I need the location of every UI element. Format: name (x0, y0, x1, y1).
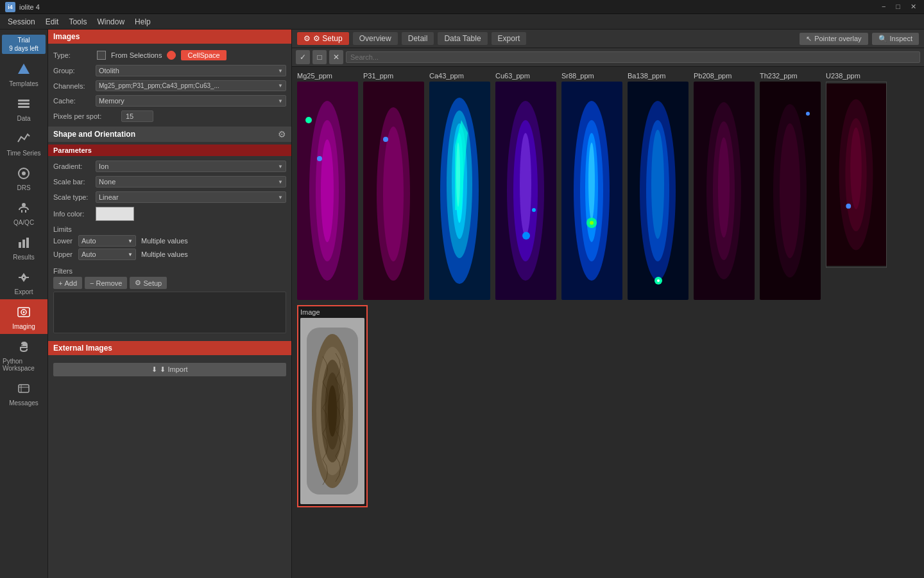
remove-filter-button[interactable]: − Remove (85, 277, 127, 289)
svg-rect-8 (22, 240, 25, 248)
sr88-label: Sr88_ppm (561, 72, 594, 80)
sidebar-item-python-workspace[interactable]: Python Workspace (0, 334, 47, 376)
scale-bar-dropdown[interactable]: None (96, 176, 286, 188)
sidebar-item-qa-qc[interactable]: QA/QC (0, 195, 47, 230)
menu-session[interactable]: Session (3, 16, 40, 28)
upper-label: Upper (53, 250, 76, 258)
minimize-button[interactable]: − (879, 3, 888, 11)
setup-button[interactable]: ⚙ ⚙ Setup (297, 32, 349, 45)
group-dropdown[interactable]: Otolith (96, 65, 286, 76)
setup-filter-button[interactable]: ⚙ Setup (130, 277, 167, 289)
ca43-heatmap[interactable] (429, 82, 490, 300)
svg-point-18 (25, 348, 26, 349)
ca43-label: Ca43_ppm (429, 72, 464, 80)
ba138-heatmap[interactable] (628, 82, 689, 300)
import-button[interactable]: ⬇ ⬇ Import (53, 363, 286, 376)
drs-icon (15, 164, 33, 182)
image-cell-mg25: Mg25_ppm (297, 72, 358, 300)
sidebar-item-imaging[interactable]: Imaging (0, 299, 47, 334)
pointer-overlay-button[interactable]: ↖ Pointer overlay (800, 33, 868, 45)
sidebar-item-label: Imaging (12, 323, 35, 330)
add-filter-button[interactable]: + Add (53, 277, 82, 289)
th232-label: Th232_ppm (760, 72, 798, 80)
svg-point-31 (383, 137, 388, 142)
trial-badge: Trial 9 days left (2, 35, 46, 54)
sidebar-item-drs[interactable]: DRS (0, 161, 47, 195)
p31-heatmap[interactable] (363, 82, 424, 300)
shape-settings-icon[interactable]: ⚙ (278, 129, 286, 139)
sidebar-item-data[interactable]: Data (0, 91, 47, 126)
image-cell-sr88: Sr88_ppm (561, 72, 622, 300)
sidebar-item-label: DRS (17, 184, 30, 191)
data-icon (15, 95, 33, 113)
pb208-heatmap[interactable] (694, 82, 755, 300)
cell-space-button[interactable]: CellSpace (181, 50, 226, 60)
window-controls: − □ ✕ (879, 3, 919, 11)
svg-point-65 (806, 112, 810, 116)
tab-export[interactable]: Export (492, 32, 527, 45)
add-label: Add (64, 279, 77, 287)
sr88-heatmap[interactable] (561, 82, 622, 300)
menu-window[interactable]: Window (92, 16, 130, 28)
scale-type-dropdown[interactable]: Linear (96, 191, 286, 203)
from-selections-checkbox[interactable] (97, 51, 106, 60)
svg-point-61 (718, 137, 730, 238)
info-color-swatch[interactable] (96, 207, 134, 221)
sidebar-item-time-series[interactable]: Time Series (0, 126, 47, 161)
photo-canvas-wrap[interactable] (300, 318, 364, 504)
menu-help[interactable]: Help (130, 16, 156, 28)
grid-close-button[interactable]: ✕ (329, 50, 343, 64)
cache-dropdown[interactable]: Memory (96, 95, 286, 107)
titlebar: i4 iolite 4 − □ ✕ (0, 0, 924, 14)
tab-overview[interactable]: Overview (353, 32, 398, 45)
u238-heatmap[interactable] (826, 82, 887, 268)
mg25-heatmap[interactable] (297, 82, 358, 300)
scale-type-row: Scale type: Linear (48, 189, 291, 205)
p31-label: P31_ppm (363, 72, 393, 80)
channels-dropdown[interactable]: Mg25_ppm;P31_ppm;Ca43_ppm;Cu63_... (96, 80, 286, 91)
pixels-input[interactable] (121, 110, 153, 122)
sidebar-item-label: Python Workspace (3, 358, 45, 372)
inspect-label: Inspect (890, 35, 912, 42)
lower-dropdown[interactable]: Auto (78, 235, 136, 247)
parameters-section-header: Parameters (48, 144, 291, 156)
cell-space-radio[interactable] (167, 51, 176, 60)
setup-icon: ⚙ (135, 279, 141, 287)
sidebar-item-results[interactable]: Results (0, 230, 47, 265)
pointer-label: Pointer overlay (814, 35, 861, 42)
sidebar-item-messages[interactable]: Messages (0, 376, 47, 410)
close-button[interactable]: ✕ (908, 3, 919, 11)
imaging-icon (15, 303, 33, 321)
upper-value: Auto (81, 250, 96, 258)
menu-tools[interactable]: Tools (64, 16, 92, 28)
svg-marker-12 (21, 273, 26, 277)
upper-dropdown[interactable]: Auto (78, 249, 136, 260)
th232-heatmap[interactable] (760, 82, 821, 300)
settings-panel: Images Type: From Selections CellSpace G… (48, 30, 292, 578)
tab-detail[interactable]: Detail (402, 32, 434, 45)
image-cell-ba138: Ba138_ppm (628, 72, 689, 300)
maximize-button[interactable]: □ (893, 3, 903, 11)
cu63-heatmap[interactable] (495, 82, 556, 300)
grid-check-button[interactable]: ✓ (296, 50, 310, 64)
tab-data-table[interactable]: Data Table (438, 32, 487, 45)
svg-point-6 (22, 203, 26, 207)
menu-edit[interactable]: Edit (40, 16, 64, 28)
svg-marker-13 (21, 278, 26, 282)
remove-label: Remove (96, 279, 122, 287)
channels-row: Channels: Mg25_ppm;P31_ppm;Ca43_ppm;Cu63… (48, 78, 291, 93)
sidebar-item-templates[interactable]: Templates (0, 57, 47, 91)
gradient-value: Ion (99, 162, 108, 170)
scale-type-value: Linear (99, 193, 119, 201)
svg-point-26 (305, 117, 312, 123)
grid-search-input[interactable] (346, 51, 920, 63)
svg-rect-11 (24, 277, 29, 278)
gradient-dropdown[interactable]: Ion (96, 161, 286, 172)
shape-section-header[interactable]: Shape and Orientation ⚙ (48, 127, 291, 142)
trial-days: 9 days left (6, 44, 42, 53)
grid-square-button[interactable]: □ (312, 50, 327, 64)
sidebar-item-export[interactable]: Export (0, 265, 47, 299)
svg-point-16 (23, 311, 25, 313)
inspect-button[interactable]: 🔍 Inspect (872, 33, 919, 45)
channels-value: Mg25_ppm;P31_ppm;Ca43_ppm;Cu63_... (99, 82, 219, 89)
